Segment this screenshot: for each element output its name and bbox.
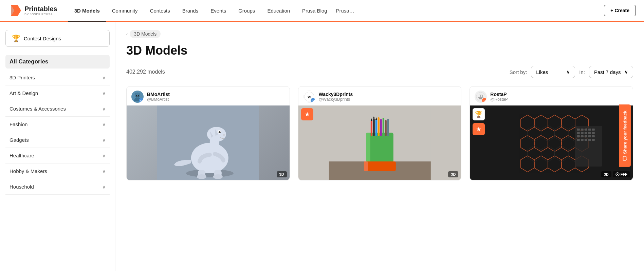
avatar-badge: 19 <box>482 98 487 103</box>
card-badge-3d: 3D <box>277 171 287 177</box>
svg-point-14 <box>223 134 225 136</box>
contest-btn-label: Contest Designs <box>24 36 61 41</box>
chevron-down-icon: ∨ <box>102 153 106 158</box>
feedback-tab[interactable]: Share your feedback <box>619 104 631 167</box>
sidebar: 🏆 Contest Designs All Categories 3D Prin… <box>0 22 115 271</box>
category-label: Household <box>10 184 34 190</box>
card-header: 11 BMoArtist @BMoArtist <box>127 86 290 105</box>
chevron-down-icon: ∨ <box>102 75 106 80</box>
star-badge: ★ <box>301 108 313 120</box>
nav-item-community[interactable]: Community <box>106 0 144 21</box>
svg-point-18 <box>213 174 223 179</box>
avatar: 11 <box>131 91 144 103</box>
svg-rect-61 <box>585 139 587 141</box>
svg-rect-52 <box>588 132 591 134</box>
svg-point-6 <box>138 95 139 96</box>
category-item-artdesign[interactable]: Art & Design ∨ <box>5 85 110 101</box>
svg-point-17 <box>197 174 206 179</box>
category-label: 3D Printers <box>10 75 35 80</box>
user-handle: @Wacky3Dprints <box>319 97 457 102</box>
create-button[interactable]: + Create <box>604 5 636 16</box>
nav-item-education[interactable]: Education <box>261 0 296 21</box>
avatar: W 10 <box>303 91 315 103</box>
model-card[interactable]: 19 RostaP @RostaP 🏆 ★ <box>470 86 633 180</box>
svg-rect-47 <box>588 129 591 131</box>
category-label: Healthcare <box>10 153 34 158</box>
contest-designs-button[interactable]: 🏆 Contest Designs <box>5 30 110 47</box>
model-card[interactable]: 11 BMoArtist @BMoArtist <box>126 86 290 180</box>
svg-rect-29 <box>375 120 377 136</box>
all-categories-label: All Categories <box>5 55 110 69</box>
svg-rect-39 <box>479 98 482 99</box>
card-badge-3d: 3D <box>448 171 458 177</box>
svg-rect-56 <box>585 135 587 137</box>
logo-name: Printables <box>24 5 57 13</box>
user-handle: @BMoArtist <box>147 97 285 102</box>
svg-rect-63 <box>592 139 595 141</box>
fff-icon <box>615 172 620 176</box>
user-name: Wacky3Dprints <box>319 92 457 97</box>
category-item-costumes[interactable]: Costumes & Accessories ∨ <box>5 101 110 117</box>
svg-rect-27 <box>370 121 372 136</box>
logo-icon <box>8 4 22 17</box>
in-label: In: <box>579 69 585 75</box>
category-item-gadgets[interactable]: Gadgets ∨ <box>5 132 110 148</box>
card-badge-fff: FFF <box>613 171 630 177</box>
svg-rect-54 <box>577 135 580 137</box>
svg-rect-59 <box>577 139 580 141</box>
trophy-icon: 🏆 <box>12 34 20 42</box>
user-name: RostaP <box>490 92 628 97</box>
category-label: Art & Design <box>10 90 38 96</box>
time-dropdown[interactable]: Past 7 days ∨ <box>589 66 633 78</box>
category-item-fashion[interactable]: Fashion ∨ <box>5 117 110 132</box>
sort-chevron-icon: ∨ <box>566 69 570 75</box>
svg-rect-48 <box>592 129 595 131</box>
category-item-3dprinters[interactable]: 3D Printers ∨ <box>5 70 110 85</box>
chevron-down-icon: ∨ <box>102 122 106 127</box>
card-badge-extra: 3D FFF <box>601 171 630 177</box>
svg-rect-62 <box>588 139 591 141</box>
svg-rect-33 <box>385 120 386 136</box>
svg-text:W: W <box>307 95 311 99</box>
svg-rect-32 <box>382 118 384 136</box>
svg-rect-34 <box>387 119 389 136</box>
card-badge-3d: 3D <box>601 171 611 177</box>
nav-item-prusablog[interactable]: Prusa Blog <box>296 0 333 21</box>
svg-point-13 <box>219 131 221 133</box>
svg-rect-60 <box>581 139 584 141</box>
nav-item-contests[interactable]: Contests <box>144 0 176 21</box>
model-count: 402,292 models <box>126 69 165 75</box>
svg-rect-31 <box>380 119 382 136</box>
sort-label: Sort by: <box>510 69 527 75</box>
nav-item-brands[interactable]: Brands <box>176 0 205 21</box>
category-item-household[interactable]: Household ∨ <box>5 179 110 195</box>
sort-dropdown[interactable]: Likes ∨ <box>531 66 575 78</box>
page-title: 3D Models <box>126 43 633 58</box>
category-label: Hobby & Makers <box>10 168 47 174</box>
svg-rect-51 <box>585 132 587 134</box>
svg-rect-57 <box>588 135 591 137</box>
logo-sub: BY JOSEF PRUSA <box>24 13 57 16</box>
feedback-label: Share your feedback <box>623 111 628 154</box>
avatar: 19 <box>475 91 487 103</box>
breadcrumb-link[interactable]: 3D Models <box>130 30 161 38</box>
svg-rect-49 <box>577 132 580 134</box>
svg-rect-28 <box>373 118 374 136</box>
category-item-healthcare[interactable]: Healthcare ∨ <box>5 148 110 163</box>
time-chevron-icon: ∨ <box>624 69 628 75</box>
logo[interactable]: Printables BY JOSEF PRUSA <box>8 4 57 17</box>
models-grid: 11 BMoArtist @BMoArtist <box>126 86 633 180</box>
svg-rect-24 <box>366 133 370 163</box>
user-name: BMoArtist <box>147 92 285 97</box>
nav-item-groups[interactable]: Groups <box>232 0 261 21</box>
nav-item-more[interactable]: Prusa… <box>333 0 357 21</box>
category-item-hobbymakers[interactable]: Hobby & Makers ∨ <box>5 163 110 179</box>
breadcrumb: ‹ 3D Models <box>126 30 633 38</box>
nav-item-3dmodels[interactable]: 3D Models <box>68 0 106 21</box>
category-label: Gadgets <box>10 137 29 143</box>
nav-item-events[interactable]: Events <box>204 0 232 21</box>
breadcrumb-chevron-icon: ‹ <box>126 32 128 37</box>
svg-rect-45 <box>581 129 584 131</box>
model-card[interactable]: W 10 Wacky3Dprints @Wacky3Dprints ★ <box>298 86 462 180</box>
svg-rect-50 <box>581 132 584 134</box>
